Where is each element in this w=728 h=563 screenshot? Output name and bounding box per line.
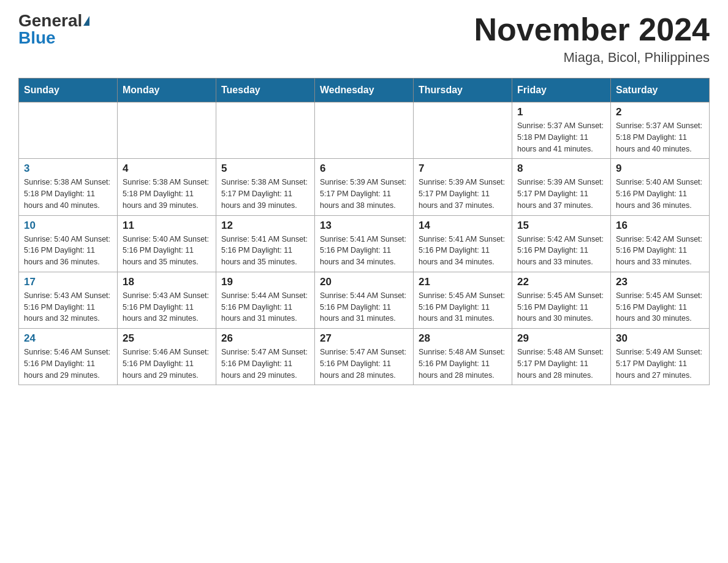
day-cell: 17Sunrise: 5:43 AM Sunset: 5:16 PM Dayli… [19,272,118,328]
day-number: 25 [123,332,211,345]
day-number: 7 [419,163,507,175]
day-number: 5 [221,163,309,175]
week-row-4: 17Sunrise: 5:43 AM Sunset: 5:16 PM Dayli… [19,272,710,328]
day-info: Sunrise: 5:41 AM Sunset: 5:16 PM Dayligh… [221,234,309,268]
day-number: 3 [24,163,112,175]
day-info: Sunrise: 5:38 AM Sunset: 5:18 PM Dayligh… [24,177,112,211]
logo-general-text: General [18,12,82,29]
day-number: 21 [419,276,507,288]
day-number: 26 [221,332,309,345]
day-cell [118,102,216,159]
weekday-header-row: SundayMondayTuesdayWednesdayThursdayFrid… [19,79,710,102]
week-row-3: 10Sunrise: 5:40 AM Sunset: 5:16 PM Dayli… [19,215,710,272]
day-cell: 27Sunrise: 5:47 AM Sunset: 5:16 PM Dayli… [315,329,414,385]
day-cell: 25Sunrise: 5:46 AM Sunset: 5:16 PM Dayli… [118,329,216,385]
day-info: Sunrise: 5:45 AM Sunset: 5:16 PM Dayligh… [419,290,507,324]
logo-blue-text: Blue [18,29,56,47]
day-info: Sunrise: 5:38 AM Sunset: 5:18 PM Dayligh… [123,177,211,211]
weekday-header-friday: Friday [512,79,611,102]
day-cell: 1Sunrise: 5:37 AM Sunset: 5:18 PM Daylig… [512,102,611,159]
day-info: Sunrise: 5:40 AM Sunset: 5:16 PM Dayligh… [616,177,704,211]
day-cell: 3Sunrise: 5:38 AM Sunset: 5:18 PM Daylig… [19,159,118,215]
day-number: 13 [320,220,408,232]
day-cell: 5Sunrise: 5:38 AM Sunset: 5:17 PM Daylig… [216,159,315,215]
calendar-table: SundayMondayTuesdayWednesdayThursdayFrid… [18,78,710,385]
day-info: Sunrise: 5:37 AM Sunset: 5:18 PM Dayligh… [517,120,605,155]
day-cell [315,102,414,159]
day-number: 20 [320,276,408,288]
week-row-2: 3Sunrise: 5:38 AM Sunset: 5:18 PM Daylig… [19,159,710,215]
day-number: 30 [616,332,704,345]
day-number: 17 [24,276,112,288]
day-number: 12 [221,220,309,232]
day-cell: 30Sunrise: 5:49 AM Sunset: 5:17 PM Dayli… [611,329,710,385]
day-cell: 18Sunrise: 5:43 AM Sunset: 5:16 PM Dayli… [118,272,216,328]
header: General Blue November 2024 Miaga, Bicol,… [18,12,710,66]
day-cell: 10Sunrise: 5:40 AM Sunset: 5:16 PM Dayli… [19,215,118,272]
day-number: 24 [24,332,112,345]
day-number: 14 [419,220,507,232]
day-cell: 26Sunrise: 5:47 AM Sunset: 5:16 PM Dayli… [216,329,315,385]
day-info: Sunrise: 5:45 AM Sunset: 5:16 PM Dayligh… [517,290,605,324]
month-title: November 2024 [474,12,710,47]
day-number: 2 [616,106,704,118]
day-cell: 12Sunrise: 5:41 AM Sunset: 5:16 PM Dayli… [216,215,315,272]
day-cell: 28Sunrise: 5:48 AM Sunset: 5:16 PM Dayli… [414,329,512,385]
day-number: 23 [616,276,704,288]
day-cell [216,102,315,159]
day-info: Sunrise: 5:48 AM Sunset: 5:17 PM Dayligh… [517,347,605,381]
day-info: Sunrise: 5:40 AM Sunset: 5:16 PM Dayligh… [123,234,211,268]
day-cell: 16Sunrise: 5:42 AM Sunset: 5:16 PM Dayli… [611,215,710,272]
day-number: 1 [517,106,605,118]
location-title: Miaga, Bicol, Philippines [474,50,710,66]
day-info: Sunrise: 5:42 AM Sunset: 5:16 PM Dayligh… [517,234,605,268]
day-info: Sunrise: 5:39 AM Sunset: 5:17 PM Dayligh… [419,177,507,211]
day-info: Sunrise: 5:43 AM Sunset: 5:16 PM Dayligh… [123,290,211,324]
day-info: Sunrise: 5:45 AM Sunset: 5:16 PM Dayligh… [616,290,704,324]
day-info: Sunrise: 5:49 AM Sunset: 5:17 PM Dayligh… [616,347,704,381]
weekday-header-wednesday: Wednesday [315,79,414,102]
day-info: Sunrise: 5:46 AM Sunset: 5:16 PM Dayligh… [123,347,211,381]
day-cell: 20Sunrise: 5:44 AM Sunset: 5:16 PM Dayli… [315,272,414,328]
day-number: 15 [517,220,605,232]
day-info: Sunrise: 5:38 AM Sunset: 5:17 PM Dayligh… [221,177,309,211]
day-number: 8 [517,163,605,175]
day-number: 22 [517,276,605,288]
logo: General Blue [18,12,89,47]
day-info: Sunrise: 5:37 AM Sunset: 5:18 PM Dayligh… [616,120,704,155]
day-info: Sunrise: 5:44 AM Sunset: 5:16 PM Dayligh… [320,290,408,324]
day-cell: 21Sunrise: 5:45 AM Sunset: 5:16 PM Dayli… [414,272,512,328]
day-cell: 19Sunrise: 5:44 AM Sunset: 5:16 PM Dayli… [216,272,315,328]
day-number: 6 [320,163,408,175]
logo-triangle-icon [83,16,89,26]
day-info: Sunrise: 5:47 AM Sunset: 5:16 PM Dayligh… [320,347,408,381]
day-info: Sunrise: 5:40 AM Sunset: 5:16 PM Dayligh… [24,234,112,268]
day-cell: 15Sunrise: 5:42 AM Sunset: 5:16 PM Dayli… [512,215,611,272]
day-info: Sunrise: 5:44 AM Sunset: 5:16 PM Dayligh… [221,290,309,324]
day-cell: 2Sunrise: 5:37 AM Sunset: 5:18 PM Daylig… [611,102,710,159]
day-cell: 6Sunrise: 5:39 AM Sunset: 5:17 PM Daylig… [315,159,414,215]
day-cell: 11Sunrise: 5:40 AM Sunset: 5:16 PM Dayli… [118,215,216,272]
day-cell: 22Sunrise: 5:45 AM Sunset: 5:16 PM Dayli… [512,272,611,328]
day-info: Sunrise: 5:39 AM Sunset: 5:17 PM Dayligh… [320,177,408,211]
day-number: 19 [221,276,309,288]
day-info: Sunrise: 5:39 AM Sunset: 5:17 PM Dayligh… [517,177,605,211]
day-cell: 7Sunrise: 5:39 AM Sunset: 5:17 PM Daylig… [414,159,512,215]
week-row-1: 1Sunrise: 5:37 AM Sunset: 5:18 PM Daylig… [19,102,710,159]
day-info: Sunrise: 5:47 AM Sunset: 5:16 PM Dayligh… [221,347,309,381]
day-number: 27 [320,332,408,345]
day-number: 10 [24,220,112,232]
week-row-5: 24Sunrise: 5:46 AM Sunset: 5:16 PM Dayli… [19,329,710,385]
day-cell: 29Sunrise: 5:48 AM Sunset: 5:17 PM Dayli… [512,329,611,385]
day-cell: 4Sunrise: 5:38 AM Sunset: 5:18 PM Daylig… [118,159,216,215]
day-number: 9 [616,163,704,175]
day-info: Sunrise: 5:46 AM Sunset: 5:16 PM Dayligh… [24,347,112,381]
day-number: 16 [616,220,704,232]
day-cell: 8Sunrise: 5:39 AM Sunset: 5:17 PM Daylig… [512,159,611,215]
day-number: 18 [123,276,211,288]
day-cell: 23Sunrise: 5:45 AM Sunset: 5:16 PM Dayli… [611,272,710,328]
day-number: 28 [419,332,507,345]
day-info: Sunrise: 5:42 AM Sunset: 5:16 PM Dayligh… [616,234,704,268]
day-info: Sunrise: 5:41 AM Sunset: 5:16 PM Dayligh… [419,234,507,268]
weekday-header-monday: Monday [118,79,216,102]
